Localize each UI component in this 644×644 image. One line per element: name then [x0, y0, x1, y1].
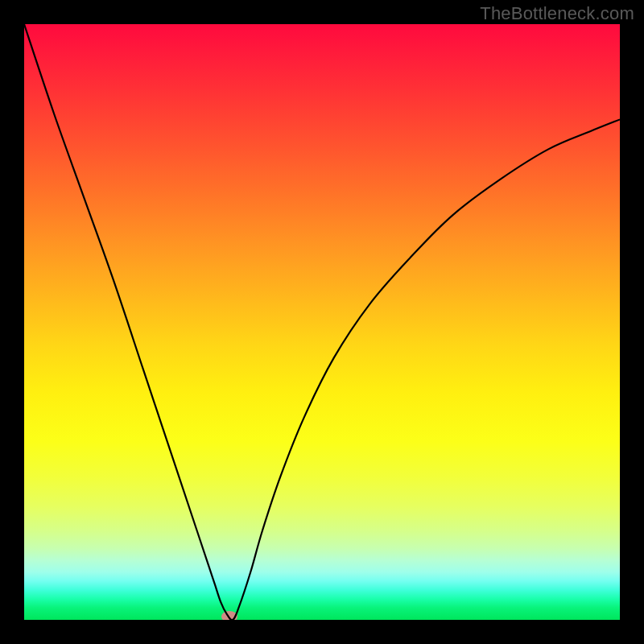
curve-path [24, 24, 620, 620]
watermark-text: TheBottleneck.com [480, 3, 634, 24]
chart-frame: TheBottleneck.com [0, 0, 644, 644]
bottleneck-curve [24, 24, 620, 620]
plot-area [24, 24, 620, 620]
